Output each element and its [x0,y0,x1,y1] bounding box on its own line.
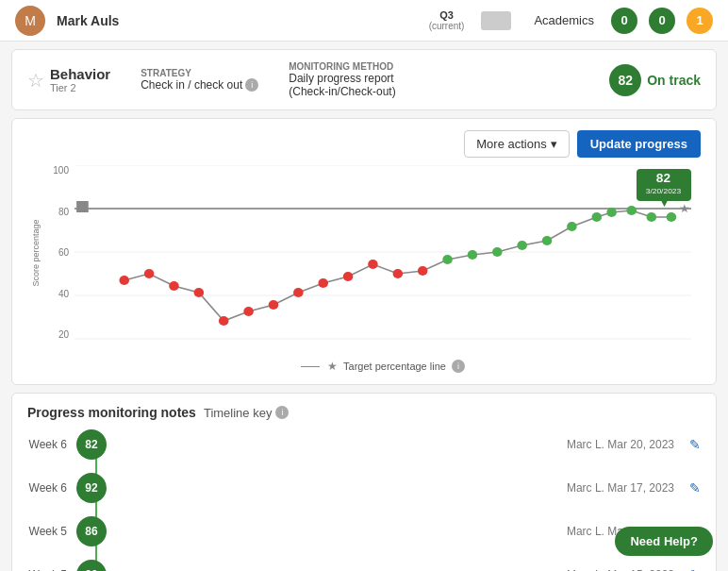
y-label-100: 100 [53,165,69,176]
notes-header: Progress monitoring notes Timeline key i [27,405,701,420]
note-edit-1[interactable]: ✎ [689,480,701,495]
score-badge-0: 0 [611,8,637,34]
svg-point-9 [144,269,155,278]
svg-point-19 [393,269,404,278]
target-line-icon [301,366,320,367]
on-track-status: On track [647,73,701,88]
timeline-info-icon[interactable]: i [275,406,289,419]
svg-point-10 [169,281,179,291]
header: M Mark Auls Q3 (current) Academics 0 0 1 [0,0,728,42]
notes-title: Progress monitoring notes [27,405,196,420]
monitoring-value2: (Check-in/Check-out) [289,85,395,98]
strategy-info-icon[interactable]: i [245,78,258,92]
note-row-0: Week 6 82 Marc L. Mar 20, 2023 ✎ [27,429,701,460]
target-star-icon: ★ [327,360,338,373]
svg-point-25 [542,236,553,245]
note-badge-0: 82 [76,429,107,460]
dropdown-icon: ▾ [551,137,557,151]
quarter-sub: (current) [429,21,465,31]
y-label-80: 80 [58,207,69,217]
behavior-score: 82 [609,64,641,96]
strategy-value: Check in / check out i [141,78,258,92]
y-axis-title: Score percentage [31,219,41,286]
svg-point-21 [442,255,453,264]
academics-label: Academics [534,13,594,27]
svg-rect-7 [76,201,89,212]
svg-point-28 [606,208,617,217]
score-badge-1: 0 [649,8,675,34]
chart-section: More actions ▾ Update progress Score per… [11,118,717,385]
svg-point-26 [567,222,577,231]
svg-point-31 [667,212,677,222]
svg-point-22 [468,250,478,260]
quarter-badge: Q3 (current) [429,9,465,31]
behavior-title: Behavior [50,66,110,82]
svg-point-18 [368,260,378,269]
note-week-0: Week 6 [27,438,67,451]
y-label-40: 40 [58,289,69,299]
svg-point-15 [293,288,304,297]
behavior-section: ☆ Behavior Tier 2 Strategy Check in / ch… [11,49,717,110]
avatar: M [15,6,45,36]
note-week-2: Week 5 [27,525,67,538]
timeline-key: Timeline key i [204,406,289,420]
star-icon: ☆ [27,69,44,92]
svg-point-30 [647,212,657,222]
note-week-1: Week 6 [27,481,67,495]
svg-marker-35 [661,201,667,207]
note-edit-3[interactable]: ✎ [689,567,701,571]
chart-legend: ★ Target percentage line i [74,360,691,373]
chart-svg-container: ★ [74,165,691,340]
y-label-20: 20 [58,329,69,340]
user-name: Mark Auls [57,13,119,28]
svg-point-14 [269,300,279,310]
timeline-line [95,445,97,571]
note-badge-3: 89 [76,560,107,571]
note-row-3: Week 5 89 Marc L. Mar 15, 2023 ✎ [27,560,701,571]
monitoring-label: Monitoring method [289,61,395,72]
quarter-selector[interactable] [481,11,511,30]
notes-section: Progress monitoring notes Timeline key i… [11,393,717,571]
chart-toolbar: More actions ▾ Update progress [27,130,701,158]
target-info-icon[interactable]: i [452,360,465,373]
update-progress-button[interactable]: Update progress [577,130,701,158]
tier-label: Tier 2 [50,82,110,93]
need-help-button[interactable]: Need Help? [615,527,713,556]
note-badge-2: 86 [76,516,107,546]
svg-text:3/20/2023: 3/20/2023 [646,187,682,195]
target-line-label: Target percentage line [343,361,446,372]
svg-point-24 [517,241,527,250]
note-row-1: Week 6 92 Marc L. Mar 17, 2023 ✎ [27,473,701,503]
score-badge-2: 1 [687,8,713,34]
y-axis-labels: 100 80 60 40 20 [44,165,73,340]
more-actions-button[interactable]: More actions ▾ [464,130,569,158]
svg-point-27 [592,212,603,222]
note-meta-1: Marc L. Mar 17, 2023 [567,481,674,495]
svg-point-20 [418,266,428,276]
y-label-60: 60 [58,247,69,258]
svg-text:82: 82 [656,171,670,185]
svg-point-13 [243,307,254,316]
quarter-label: Q3 [429,9,465,21]
chart-svg: ★ [74,165,691,340]
monitoring-value: Daily progress report [289,72,395,85]
note-edit-0[interactable]: ✎ [689,437,701,452]
svg-text:★: ★ [679,202,689,215]
notes-list: Week 6 82 Marc L. Mar 20, 2023 ✎ Week 6 … [27,429,701,571]
svg-point-29 [626,206,637,215]
svg-point-17 [343,272,354,281]
svg-point-23 [492,247,503,257]
chart-container: Score percentage 100 80 60 40 20 ★ [27,165,701,373]
note-meta-0: Marc L. Mar 20, 2023 [567,438,674,451]
note-row-2: Week 5 86 Marc L. Mar 16, 2023 ✎ [27,516,701,546]
on-track-group: 82 On track [609,64,701,96]
strategy-label: Strategy [141,68,258,78]
svg-point-11 [194,288,205,297]
svg-point-16 [318,278,328,288]
svg-point-8 [119,276,129,285]
svg-point-12 [219,316,229,326]
note-badge-1: 92 [76,473,107,503]
